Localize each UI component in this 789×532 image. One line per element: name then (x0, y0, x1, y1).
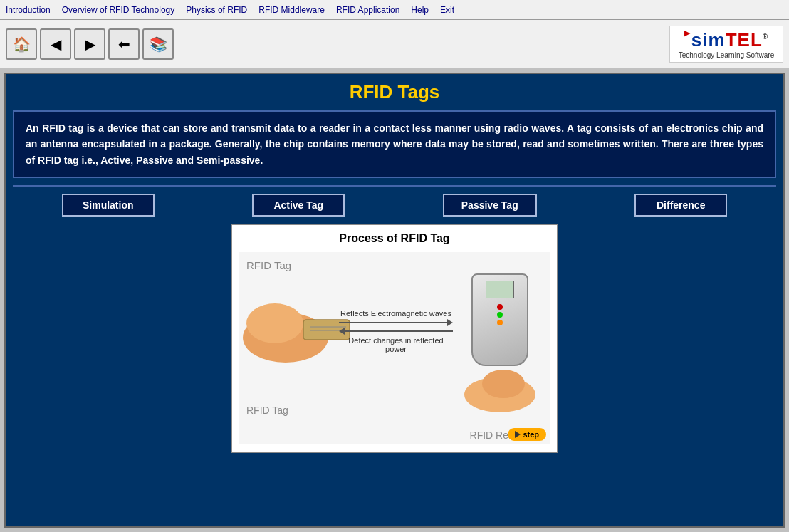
arrow-line-right (339, 322, 447, 323)
books-button[interactable]: 📚 (142, 28, 174, 60)
tab-active-tag[interactable]: Active Tag (252, 194, 345, 217)
logo-text: simTEL® (691, 28, 768, 51)
back-button[interactable]: ◀ (40, 28, 71, 60)
toolbar-icons: 🏠 ◀ ▶ ⬅ 📚 (6, 28, 174, 60)
simulation-title: Process of RFID Tag (239, 232, 550, 245)
simulation-container: Process of RFID Tag RFID Tag (13, 224, 776, 453)
arrow-right (339, 319, 453, 326)
description-text: An RFID tag is a device that can store a… (26, 120, 763, 168)
step-label: step (523, 430, 539, 439)
logo-subtitle: Technology Learning Software (679, 51, 775, 59)
forward-button[interactable]: ▶ (74, 28, 105, 60)
main-content: RFID Tags An RFID tag is a device that c… (4, 73, 785, 528)
tab-simulation[interactable]: Simulation (62, 194, 155, 217)
reader-body (471, 273, 528, 366)
menu-exit[interactable]: Exit (440, 5, 454, 15)
divider (13, 185, 776, 187)
rfid-tag-bottom-label: RFID Tag (246, 405, 288, 416)
tab-row: Simulation Active Tag Passive Tag Differ… (13, 194, 776, 217)
arrow-head-left (339, 328, 345, 335)
menu-physics[interactable]: Physics of RFID (186, 5, 247, 15)
led-orange (497, 320, 503, 325)
simulation-content: RFID Tag Reflects E (239, 252, 550, 444)
simulation-area: Process of RFID Tag RFID Tag (231, 224, 558, 453)
reader-area (454, 273, 546, 416)
led-red (497, 304, 503, 310)
arrow-head-right (447, 319, 453, 326)
prev-button[interactable]: ⬅ (108, 28, 140, 60)
tab-difference[interactable]: Difference (634, 194, 727, 217)
step-play-icon (515, 431, 521, 438)
logo: ▶ simTEL® Technology Learning Software (669, 26, 783, 63)
svg-point-6 (482, 370, 525, 398)
rfid-tag-top-label: RFID Tag (246, 259, 291, 271)
tab-passive-tag[interactable]: Passive Tag (443, 194, 537, 217)
arrow-left (339, 328, 453, 335)
menu-application[interactable]: RFID Application (336, 5, 399, 15)
led-green (497, 312, 503, 318)
reader-screen (486, 281, 514, 298)
reader-hand-svg (454, 359, 546, 416)
menu-middleware[interactable]: RFID Middleware (258, 5, 325, 15)
page-title: RFID Tags (13, 81, 776, 103)
menu-overview[interactable]: Overview of RFID Technology (62, 5, 175, 15)
home-button[interactable]: 🏠 (6, 28, 37, 60)
svg-point-1 (246, 303, 303, 343)
arrow-bottom-label: Detect changes in reflected power (339, 336, 453, 353)
menu-bar: Introduction Overview of RFID Technology… (0, 0, 789, 20)
menu-help[interactable]: Help (411, 5, 429, 15)
menu-introduction[interactable]: Introduction (6, 5, 51, 15)
step-button[interactable]: step (508, 428, 546, 441)
arrow-area: Reflects Electromagnetic waves Detect ch… (339, 309, 453, 353)
description-box: An RFID tag is a device that can store a… (13, 110, 776, 178)
toolbar: 🏠 ◀ ▶ ⬅ 📚 ▶ simTEL® Technology Learning … (0, 20, 789, 68)
arrow-line-left (345, 330, 453, 332)
arrow-top-label: Reflects Electromagnetic waves (339, 309, 453, 318)
